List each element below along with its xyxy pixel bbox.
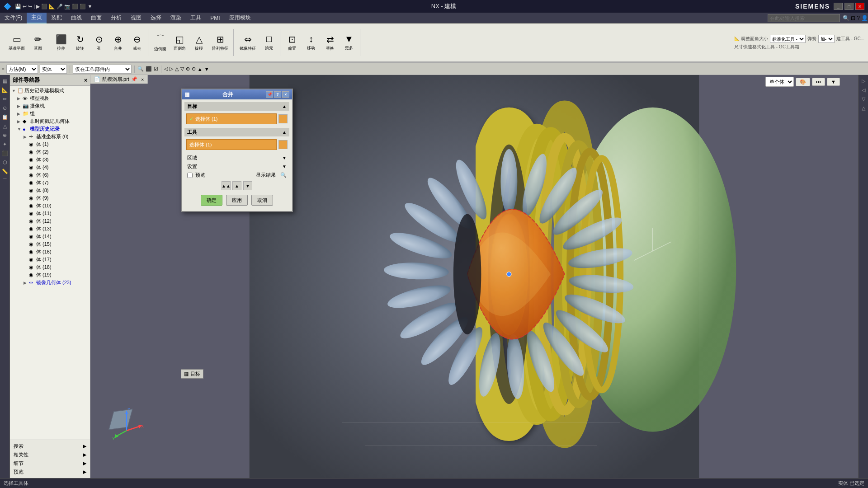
nav-icon2[interactable]: ▷ <box>170 66 173 72</box>
menu-tools[interactable]: 工具 <box>186 13 206 23</box>
layer-icon[interactable]: ⬛ <box>146 66 152 72</box>
tree-body-2[interactable]: ◉ 体 (2) <box>11 148 89 156</box>
tree-body-11[interactable]: ◉ 体 (11) <box>11 210 89 217</box>
search-input[interactable] <box>768 14 840 22</box>
display-mode-select[interactable]: 单个体 多个体 <box>765 77 794 87</box>
nav-icon8[interactable]: ▼ <box>204 66 209 72</box>
tree-coord-sys[interactable]: ▶ ✛ 基准坐标系 (0) <box>11 133 89 141</box>
settings-dropdown[interactable]: 设置 ▼ <box>184 162 289 171</box>
menu-assembly[interactable]: 装配 <box>47 13 66 23</box>
apply-button[interactable]: 应用 <box>226 195 248 206</box>
tree-body-1[interactable]: ◉ 体 (1) <box>11 141 89 148</box>
arrow-up-up[interactable]: ▲▲ <box>222 181 231 190</box>
left-icon-10[interactable]: ⬡ <box>1 158 9 166</box>
tree-mirror-geom[interactable]: ▶ ⇔ 镜像几何体 (23) <box>11 279 89 286</box>
tree-body-17[interactable]: ◉ 体 (17) <box>11 256 89 263</box>
menu-select[interactable]: 选择 <box>146 13 166 23</box>
ribbon-btn-replace[interactable]: ⇄替换 <box>321 30 339 55</box>
ribbon-btn-offset[interactable]: ⊡偏置 <box>283 30 301 55</box>
ribbon-btn-mirror[interactable]: ⇔镜像特征 <box>236 30 259 55</box>
left-icon-7[interactable]: ⊕ <box>1 131 9 139</box>
solid-select[interactable]: 实体 <box>40 65 67 74</box>
menu-pmi[interactable]: PMI <box>206 13 224 23</box>
menu-home[interactable]: 主页 <box>27 13 47 23</box>
nav-details[interactable]: 细节 ▶ <box>12 459 88 468</box>
sync-tool-select[interactable]: 标准化工具 - <box>770 35 806 43</box>
left-icon-6[interactable]: △ <box>1 122 9 130</box>
minimize-btn[interactable]: _ <box>834 3 843 10</box>
maximize-btn[interactable]: □ <box>844 3 854 10</box>
filter-icon[interactable]: 🔍 <box>137 66 144 72</box>
region-dropdown[interactable]: 区域 ▼ <box>184 154 289 162</box>
tree-body-7[interactable]: ◉ 体 (7) <box>11 179 89 187</box>
spring-select[interactable]: 加- <box>818 35 835 43</box>
ribbon-btn-array[interactable]: ⊞阵列特征 <box>209 30 231 55</box>
tree-body-16[interactable]: ◉ 体 (16) <box>11 248 89 256</box>
dialog-close-btn[interactable]: × <box>282 91 289 98</box>
tree-body-18[interactable]: ◉ 体 (18) <box>11 263 89 271</box>
ribbon-btn-shell[interactable]: □抽壳 <box>260 30 278 55</box>
nav-icon6[interactable]: ⊖ <box>192 66 196 72</box>
menu-analysis[interactable]: 分析 <box>106 13 126 23</box>
tree-model-views[interactable]: ▶ 👁 模型视图 <box>11 94 89 102</box>
ribbon-btn-plane[interactable]: ▭基准平面 <box>5 30 28 55</box>
nav-icon3[interactable]: △ <box>175 66 179 72</box>
menu-curve[interactable]: 曲线 <box>66 13 86 23</box>
tree-body-9[interactable]: ◉ 体 (9) <box>11 194 89 202</box>
ribbon-btn-revolve[interactable]: ↻旋转 <box>71 30 89 55</box>
arrow-down[interactable]: ▼ <box>243 181 252 190</box>
method-select[interactable]: 方法(M) <box>6 65 38 74</box>
menu-render[interactable]: 渲染 <box>166 13 186 23</box>
nav-search[interactable]: 搜索 ▶ <box>12 442 88 450</box>
nav-icon1[interactable]: ◁ <box>164 66 168 72</box>
tree-body-8[interactable]: ◉ 体 (8) <box>11 187 89 194</box>
ribbon-btn-union[interactable]: ⊕合并 <box>109 30 127 55</box>
viewport[interactable]: 📄 航模涡扇.prt 📌 × <box>90 75 858 478</box>
right-icon-3[interactable]: ▽ <box>859 95 868 103</box>
tree-body-10[interactable]: ◉ 体 (10) <box>11 202 89 210</box>
dialog-pin-btn[interactable]: 📌 <box>266 91 273 98</box>
tree-body-19[interactable]: ◉ 体 (19) <box>11 271 89 279</box>
ribbon-minimize[interactable]: 🔍 <box>843 15 849 21</box>
ribbon-btn-extrude[interactable]: ⬛拉伸 <box>52 30 70 55</box>
arrow-up[interactable]: ▲ <box>232 181 241 190</box>
tree-body-4[interactable]: ◉ 体 (4) <box>11 164 89 171</box>
help-btn[interactable]: ? <box>857 15 860 21</box>
scope-select[interactable]: 仅在工作部件内 <box>73 65 132 74</box>
tree-body-6[interactable]: ◉ 体 (6) <box>11 171 89 179</box>
nav-icon7[interactable]: ▲ <box>198 66 203 72</box>
left-icon-1[interactable]: ▦ <box>1 77 9 85</box>
viewport-extra-btn[interactable]: ▼ <box>827 78 840 86</box>
menu-app[interactable]: 应用模块 <box>225 13 255 23</box>
tree-group[interactable]: ▶ 📁 组 <box>11 110 89 117</box>
left-icon-3[interactable]: ✏ <box>1 95 9 103</box>
viewport-more-btn[interactable]: ••• <box>812 78 826 86</box>
tree-nontimestamp[interactable]: ▶ ◆ 非时间戳记几何体 <box>11 117 89 125</box>
select-icon[interactable]: ☑ <box>154 66 158 72</box>
left-icon-11[interactable]: 📏 <box>1 167 9 175</box>
ribbon-expand[interactable]: ⊡ <box>851 15 855 21</box>
nav-preview[interactable]: 预览 ▶ <box>12 468 88 476</box>
viewport-options-btn[interactable]: 🎨 <box>796 78 810 86</box>
tree-model-history[interactable]: ▼ ● 模型历史记录 <box>11 125 89 133</box>
navigator-close-btn[interactable]: × <box>84 77 87 84</box>
tool-section-header[interactable]: 工具 ▲ <box>184 128 289 136</box>
tree-body-13[interactable]: ◉ 体 (13) <box>11 225 89 233</box>
ribbon-btn-hole[interactable]: ⊙孔 <box>90 30 108 55</box>
ribbon-btn-draft[interactable]: △拔模 <box>190 30 208 55</box>
menu-view[interactable]: 视图 <box>126 13 146 23</box>
ribbon-btn-subtract[interactable]: ⊖减去 <box>128 30 146 55</box>
right-icon-4[interactable]: △ <box>859 104 868 112</box>
tree-history-mode[interactable]: ▼ 📋 历史记录建模模式 <box>11 87 89 94</box>
ok-button[interactable]: 确定 <box>201 195 222 206</box>
nav-relations[interactable]: 相关性 ▶ <box>12 450 88 459</box>
target-section-header[interactable]: 目标 ▲ <box>184 102 289 111</box>
ribbon-btn-more[interactable]: ▼更多 <box>340 30 358 55</box>
right-icon-2[interactable]: ◁ <box>859 86 868 94</box>
ribbon-btn-move[interactable]: ↕移动 <box>302 30 320 55</box>
tree-body-15[interactable]: ◉ 体 (15) <box>11 240 89 248</box>
right-icon-1[interactable]: ▷ <box>859 77 868 85</box>
menu-surface[interactable]: 曲面 <box>86 13 106 23</box>
search-result-icon[interactable]: 🔍 <box>280 172 287 178</box>
tree-body-14[interactable]: ◉ 体 (14) <box>11 233 89 240</box>
